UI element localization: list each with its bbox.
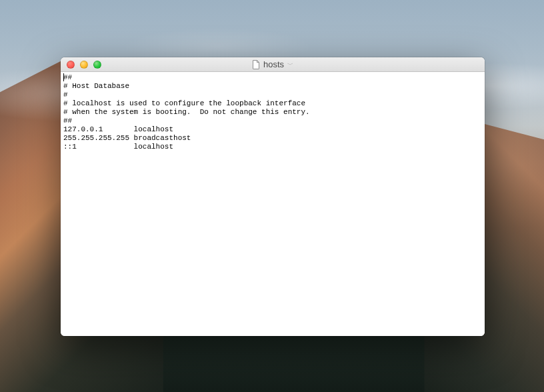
text-editor-window: hosts ﹀ ## # Host Database # # localhost… bbox=[61, 57, 485, 336]
zoom-button[interactable] bbox=[93, 61, 101, 69]
text-editor-area[interactable]: ## # Host Database # # localhost is used… bbox=[61, 72, 485, 336]
window-title-group: hosts ﹀ bbox=[61, 59, 485, 69]
text-cursor bbox=[63, 73, 64, 81]
window-titlebar[interactable]: hosts ﹀ bbox=[61, 57, 485, 72]
chevron-down-icon[interactable]: ﹀ bbox=[287, 61, 293, 68]
document-icon bbox=[252, 60, 260, 69]
window-title[interactable]: hosts bbox=[263, 59, 284, 69]
close-button[interactable] bbox=[67, 61, 75, 69]
traffic-lights bbox=[61, 61, 101, 69]
minimize-button[interactable] bbox=[80, 61, 88, 69]
